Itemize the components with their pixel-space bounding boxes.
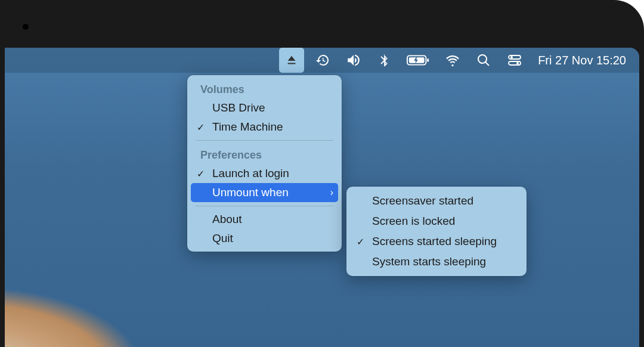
camera-dot: [23, 24, 29, 30]
preferences-section-header: Preferences: [191, 144, 338, 164]
search-icon: [476, 53, 491, 67]
svg-point-4: [510, 56, 513, 58]
spotlight-menubar-item[interactable]: [471, 48, 496, 73]
battery-charging-icon: [407, 54, 431, 66]
control-center-icon: [507, 54, 522, 66]
menu-item-unmount-when[interactable]: Unmount when ›: [191, 183, 338, 202]
bluetooth-menubar-item[interactable]: [372, 48, 397, 73]
menu-item-label: Screensaver started: [372, 194, 473, 207]
volumes-section-header: Volumes: [191, 79, 338, 98]
chevron-right-icon: ›: [330, 187, 333, 198]
checkmark-icon: ✓: [197, 122, 205, 133]
menu-item-about[interactable]: About: [191, 210, 338, 229]
menu-divider: [196, 140, 333, 141]
submenu-item-system-starts-sleeping[interactable]: System starts sleeping: [351, 252, 522, 272]
menu-item-usb-drive[interactable]: USB Drive: [191, 98, 338, 117]
submenu-item-screens-started-sleeping[interactable]: ✓ Screens started sleeping: [351, 231, 522, 252]
checkmark-icon: ✓: [197, 168, 205, 179]
eject-menubar-item[interactable]: [279, 48, 304, 73]
wifi-menubar-item[interactable]: [440, 48, 465, 73]
menu-divider: [196, 206, 333, 206]
device-bezel: Fri 27 Nov 15:20 Volumes USB Drive ✓ Tim…: [0, 0, 644, 347]
menu-item-label: Quit: [212, 232, 233, 245]
unmount-when-submenu: Screensaver started Screen is locked ✓ S…: [346, 187, 527, 276]
eject-dropdown-menu: Volumes USB Drive ✓ Time Machine Prefere…: [187, 75, 342, 252]
desktop-screen: Fri 27 Nov 15:20 Volumes USB Drive ✓ Tim…: [5, 48, 639, 347]
submenu-item-screensaver-started[interactable]: Screensaver started: [351, 191, 522, 211]
wallpaper-decoration: [5, 264, 184, 347]
menu-item-label: Screen is locked: [372, 215, 455, 228]
menu-item-label: Screens started sleeping: [372, 235, 497, 248]
checkmark-icon: ✓: [357, 236, 364, 247]
wifi-icon: [445, 52, 460, 68]
menu-item-label: About: [212, 213, 242, 226]
menu-item-label: USB Drive: [212, 101, 265, 114]
battery-menubar-item[interactable]: [403, 48, 434, 73]
menubar: Fri 27 Nov 15:20: [5, 48, 639, 73]
menu-item-label: Launch at login: [212, 167, 289, 180]
control-center-menubar-item[interactable]: [502, 48, 527, 73]
timemachine-icon: [315, 53, 330, 67]
eject-icon: [285, 54, 298, 67]
menu-item-time-machine[interactable]: ✓ Time Machine: [191, 117, 338, 137]
menu-item-launch-at-login[interactable]: ✓ Launch at login: [191, 164, 338, 183]
svg-point-6: [516, 62, 519, 64]
menubar-datetime[interactable]: Fri 27 Nov 15:20: [533, 54, 626, 67]
volume-icon: [346, 52, 361, 68]
submenu-item-screen-is-locked[interactable]: Screen is locked: [351, 211, 522, 231]
menu-item-label: Unmount when: [212, 186, 289, 199]
menu-item-label: Time Machine: [212, 120, 283, 134]
svg-rect-1: [427, 58, 429, 62]
menu-item-label: System starts sleeping: [372, 255, 486, 268]
bluetooth-icon: [379, 53, 391, 67]
menu-item-quit[interactable]: Quit: [191, 229, 338, 248]
timemachine-menubar-item[interactable]: [310, 48, 335, 73]
volume-menubar-item[interactable]: [341, 48, 366, 73]
